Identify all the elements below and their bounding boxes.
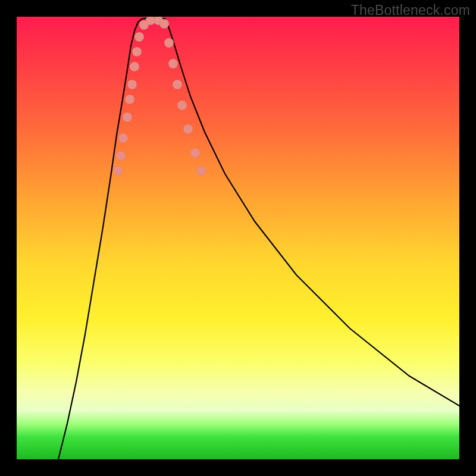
marker-bead <box>164 38 174 48</box>
chart-svg <box>17 17 459 459</box>
marker-bead <box>183 124 193 134</box>
marker-bead <box>173 80 182 89</box>
marker-bead <box>132 47 142 57</box>
marker-bead <box>159 19 169 29</box>
marker-bead <box>168 59 178 68</box>
marker-bead <box>130 62 139 71</box>
marker-bead <box>177 101 187 110</box>
marker-bead <box>123 112 132 122</box>
marker-bead <box>116 151 126 161</box>
marker-bead <box>127 80 137 89</box>
curve-right <box>165 19 459 406</box>
watermark-text: TheBottleneck.com <box>351 2 470 18</box>
marker-bead <box>113 166 123 176</box>
marker-group-left <box>113 32 144 176</box>
marker-group-right <box>164 38 206 176</box>
chart-plot-area <box>17 17 459 459</box>
marker-bead <box>190 148 200 158</box>
marker-bead <box>196 166 206 176</box>
marker-bead <box>134 32 144 42</box>
chart-frame: TheBottleneck.com <box>0 0 476 476</box>
marker-bead <box>118 133 128 143</box>
marker-bead <box>125 95 134 104</box>
